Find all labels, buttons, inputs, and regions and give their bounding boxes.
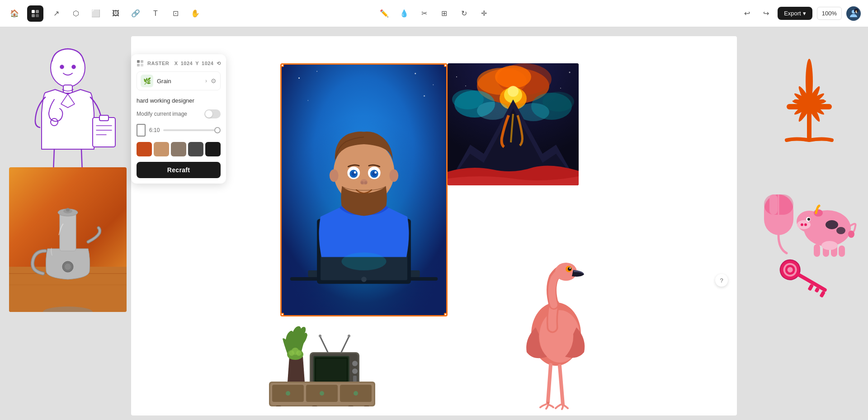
x-value: 1024	[181, 61, 193, 66]
hand-icon[interactable]: ✋	[188, 6, 203, 21]
question-mark-icon: ?	[720, 277, 723, 284]
svg-rect-155	[141, 64, 143, 66]
svg-point-78	[289, 350, 294, 356]
toggle-knob	[205, 110, 212, 118]
zoom-display[interactable]: 100%	[817, 7, 842, 20]
svg-rect-153	[141, 60, 143, 63]
avatar[interactable]: 🐧	[846, 6, 861, 21]
svg-line-86	[320, 336, 328, 352]
corner-handle-tl[interactable]	[280, 63, 284, 67]
svg-rect-104	[364, 406, 369, 406]
svg-rect-148	[796, 272, 827, 292]
ratio-label: 6:10	[149, 127, 160, 133]
recraft-button[interactable]: Recraft	[137, 162, 221, 178]
grain-arrow-icon: ›	[205, 78, 207, 84]
ratio-handle[interactable]	[214, 127, 221, 133]
color-swatch-3[interactable]	[171, 142, 186, 156]
color-swatch-1[interactable]	[137, 142, 152, 156]
svg-rect-12	[93, 118, 115, 147]
toolbar-center: ✏️ 💧 ✂ ⊞ ↻ ✛	[377, 6, 491, 21]
color-swatch-4[interactable]	[188, 142, 203, 156]
prompt-text: hard working designer	[137, 95, 221, 109]
help-button[interactable]: ?	[715, 274, 728, 287]
link-icon[interactable]: 🔗	[128, 6, 143, 21]
svg-point-90	[352, 361, 358, 366]
svg-point-100	[354, 391, 358, 396]
svg-point-33	[307, 100, 308, 101]
crop-icon[interactable]: ⊡	[168, 6, 183, 21]
svg-point-56	[342, 253, 387, 271]
modify-image-row: Modify current image	[137, 109, 221, 118]
grain-filter-row[interactable]: 🌿 Grain › ⚙	[137, 71, 221, 90]
undo-icon[interactable]: ↩	[740, 6, 754, 21]
image-icon[interactable]: 🖼	[108, 6, 123, 21]
svg-point-131	[797, 220, 811, 229]
svg-point-54	[361, 181, 364, 184]
svg-rect-101	[276, 406, 281, 406]
ratio-row: 6:10	[137, 124, 221, 137]
shape-icon[interactable]: ⬜	[89, 6, 103, 21]
svg-point-110	[570, 268, 571, 269]
x-label: X	[175, 61, 178, 66]
svg-point-89	[348, 335, 350, 337]
svg-rect-85	[316, 359, 347, 381]
text-icon[interactable]: T	[148, 6, 163, 21]
grain-icon: 🌿	[141, 75, 153, 87]
add-icon[interactable]: ✛	[476, 6, 491, 21]
raster-icon	[137, 60, 144, 67]
svg-point-139	[836, 227, 845, 234]
corner-handle-br[interactable]	[444, 313, 448, 316]
color-swatch-5[interactable]	[205, 142, 221, 156]
svg-point-29	[298, 77, 300, 79]
svg-rect-140	[814, 244, 820, 257]
svg-line-111	[548, 365, 551, 402]
svg-rect-92	[353, 376, 357, 382]
pen-icon[interactable]: ✏️	[377, 6, 392, 21]
export-button[interactable]: Export ▾	[778, 7, 812, 20]
ratio-slider[interactable]	[163, 129, 221, 131]
corner-handle-tr[interactable]	[444, 63, 448, 67]
svg-point-8	[61, 66, 64, 69]
toolbar: 🏠 ↗ ⬡ ⬜ 🖼 🔗 T ⊡ ✋ ✏️ 💧 ✂ ⊞ ↻ ✛ ↩ ↪ Expor…	[0, 0, 868, 27]
svg-point-52	[374, 171, 377, 174]
ratio-icon	[137, 124, 146, 137]
redo-icon[interactable]: ↪	[759, 6, 773, 21]
volcano-illustration	[448, 63, 579, 185]
svg-point-144	[821, 241, 838, 250]
home-icon[interactable]: 🏠	[7, 6, 22, 21]
flamingo-illustration	[511, 244, 597, 415]
panel-header: RASTER X 1024 Y 1024 ⟲	[137, 60, 221, 67]
svg-rect-2	[32, 14, 35, 17]
history-icon[interactable]: ⟲	[217, 61, 221, 66]
ai-panel: RASTER X 1024 Y 1024 ⟲ 🌿 Grain › ⚙ hard …	[131, 54, 226, 184]
svg-point-91	[352, 368, 358, 374]
svg-point-43	[330, 169, 339, 182]
lasso-icon[interactable]: ⬡	[69, 6, 83, 21]
svg-point-9	[72, 66, 75, 69]
svg-rect-143	[839, 245, 845, 257]
modify-label: Modify current image	[137, 111, 187, 117]
svg-point-34	[424, 95, 425, 97]
selected-image[interactable]	[280, 63, 448, 316]
arrow-icon[interactable]: ↗	[49, 6, 63, 21]
export-label: Export	[784, 10, 801, 17]
logo-button[interactable]	[27, 5, 43, 22]
color-swatches	[137, 142, 221, 156]
svg-line-112	[560, 366, 563, 404]
svg-rect-102	[312, 406, 317, 406]
svg-rect-13	[99, 115, 108, 121]
fill-icon[interactable]: 💧	[397, 6, 411, 21]
svg-rect-21	[60, 212, 76, 251]
svg-rect-114	[807, 109, 811, 140]
svg-point-64	[508, 86, 519, 97]
grain-settings-icon[interactable]: ⚙	[211, 77, 217, 85]
chevron-down-icon: ▾	[803, 10, 806, 17]
cut-icon[interactable]: ✂	[417, 6, 431, 21]
svg-point-40	[361, 277, 367, 282]
grid-icon[interactable]: ⊞	[437, 6, 451, 21]
svg-point-51	[354, 171, 356, 174]
color-swatch-2[interactable]	[154, 142, 169, 156]
svg-rect-154	[137, 64, 140, 66]
rotate-icon[interactable]: ↻	[457, 6, 471, 21]
modify-toggle[interactable]	[204, 109, 221, 118]
